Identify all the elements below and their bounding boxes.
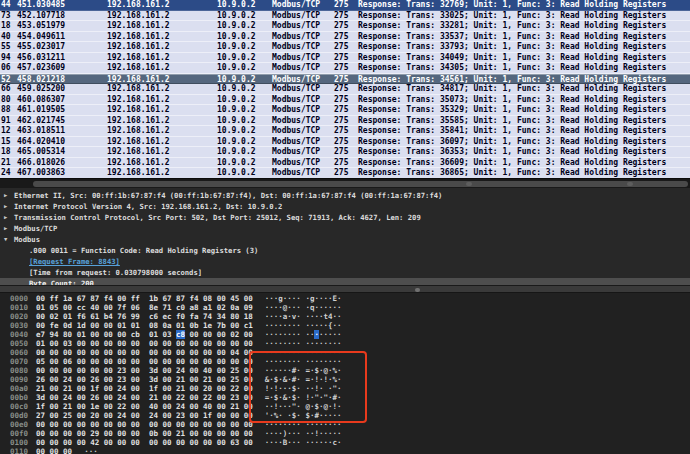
hex-byte[interactable]: f6 [77,312,86,321]
hex-byte[interactable]: 45 [230,294,239,303]
packet-row[interactable]: 88461.019505192.168.161.210.9.0.2Modbus/… [0,105,690,116]
hex-byte[interactable]: c6 [149,312,158,321]
hex-byte[interactable]: 00 [190,375,199,384]
detail-row[interactable]: ▶Ethernet II, Src: 00:ff:1b:67:87:f4 (00… [0,190,690,201]
hex-byte[interactable]: 00 [50,402,59,411]
hex-byte[interactable]: 00 [162,393,171,402]
hex-byte[interactable]: 00 [190,420,199,429]
hex-row[interactable]: 011000 00 00··· [10,447,690,454]
hex-byte[interactable]: 00 [90,339,99,348]
hex-row[interactable]: 007005 00 06 00 00 00 00 00 00 00 00 00 … [10,357,690,366]
hex-byte[interactable]: 00 [203,330,212,339]
hex-byte[interactable]: b4 [104,312,113,321]
hex-byte[interactable]: 00 [230,357,239,366]
detail-row[interactable]: ▼Modbus [0,234,690,245]
hex-byte[interactable]: 40 [203,402,212,411]
hex-byte[interactable]: 23 [230,393,239,402]
hex-byte[interactable]: 0d [63,321,72,330]
hex-byte[interactable]: 40 [90,303,99,312]
hex-byte[interactable]: 00 [217,429,226,438]
hex-byte[interactable]: e7 [36,330,45,339]
hex-row[interactable]: 008000 00 00 00 00 00 23 00 3d 00 24 00 … [10,366,690,375]
hex-byte[interactable]: 22 [230,384,239,393]
hex-byte[interactable]: 01 [131,321,140,330]
hex-byte[interactable]: 87 [176,294,185,303]
hscrollbar-thumb[interactable] [33,181,688,187]
detail-row[interactable]: ▶Internet Protocol Version 4, Src: 192.1… [0,201,690,212]
hex-row[interactable]: 00a021 00 21 00 1f 00 24 00 1f 00 21 00 … [10,384,690,393]
hex-byte[interactable]: 24 [117,411,126,420]
hex-byte[interactable]: 21 [230,402,239,411]
pane-divider[interactable] [0,285,690,293]
hex-dump-pane[interactable]: 000000 ff 1a 67 87 f4 00 ff 1b 67 87 f4 … [0,293,690,454]
hex-byte[interactable]: 00 [203,429,212,438]
hex-byte[interactable]: 00 [90,321,99,330]
hex-row[interactable]: 0040e7 94 80 01 00 00 00 cb 01 03 c8 00 … [10,330,690,339]
hex-row[interactable]: 00e000 00 00 00 00 00 00 00 00 00 00 00 … [10,420,690,429]
hex-byte[interactable]: 00 [50,348,59,357]
hex-byte[interactable]: 00 [149,348,158,357]
hex-byte[interactable]: 21 [176,384,185,393]
hex-byte[interactable]: 7f [117,303,126,312]
packet-row[interactable]: 94456.031211192.168.161.210.9.0.2Modbus/… [0,53,690,64]
hex-byte[interactable]: 00 [162,402,171,411]
hex-byte[interactable]: 21 [176,429,185,438]
detail-row[interactable]: ▶Transmission Control Protocol, Src Port… [0,212,690,223]
hex-byte[interactable]: 00 [190,429,199,438]
hex-byte[interactable]: 00 [117,438,126,447]
expanded-arrow-icon[interactable]: ▼ [4,234,7,245]
hex-byte[interactable]: 22 [176,393,185,402]
hex-byte[interactable]: cb [131,330,140,339]
hex-byte[interactable]: 00 [244,366,253,375]
hex-byte[interactable]: 01 [117,321,126,330]
hex-byte[interactable]: 00 [217,384,226,393]
hex-byte[interactable]: 00 [217,402,226,411]
hex-byte[interactable]: 25 [63,411,72,420]
hex-byte[interactable]: 1e [203,321,212,330]
hex-byte[interactable]: 00 [131,402,140,411]
packet-row[interactable]: 55455.023017192.168.161.210.9.0.2Modbus/… [0,42,690,53]
hex-byte[interactable]: 42 [90,438,99,447]
packet-row[interactable]: 15464.020410192.168.161.210.9.0.2Modbus/… [0,137,690,148]
hex-row[interactable]: 010000 00 00 00 42 00 00 00 00 00 00 00 … [10,438,690,447]
hex-byte[interactable]: 00 [104,339,113,348]
hex-byte[interactable]: 00 [50,384,59,393]
hex-byte[interactable]: 08 [149,321,158,330]
hex-byte[interactable]: 00 [244,330,253,339]
packet-row[interactable]: 44451.030485192.168.161.210.9.0.2Modbus/… [0,0,690,11]
hex-byte[interactable]: 00 [190,402,199,411]
hex-byte[interactable]: 00 [149,420,158,429]
hex-byte[interactable]: 00 [131,393,140,402]
hex-byte[interactable]: 00 [36,312,45,321]
hex-byte[interactable]: 00 [50,420,59,429]
hex-byte[interactable]: 00 [77,402,86,411]
hex-byte[interactable]: 00 [162,339,171,348]
hex-byte[interactable]: 00 [63,366,72,375]
hex-byte[interactable]: 1a [63,294,72,303]
hex-byte[interactable]: 00 [104,366,113,375]
hex-byte[interactable]: 00 [230,429,239,438]
hex-byte[interactable]: cc [77,303,86,312]
hex-byte[interactable]: 00 [131,357,140,366]
hex-byte[interactable]: 00 [217,357,226,366]
hex-byte[interactable]: 00 [90,357,99,366]
hex-byte[interactable]: 26 [36,375,45,384]
hex-byte[interactable]: 21 [176,375,185,384]
hex-byte[interactable]: 00 [104,375,113,384]
hex-byte[interactable]: 00 [190,357,199,366]
hex-byte[interactable]: 40 [203,366,212,375]
hex-byte[interactable]: 00 [104,420,113,429]
hex-byte[interactable]: 00 [36,348,45,357]
hex-byte[interactable]: 00 [50,393,59,402]
hex-row[interactable]: 005001 00 03 00 00 00 00 00 00 00 00 00 … [10,339,690,348]
hex-byte[interactable]: 00 [217,366,226,375]
hex-byte[interactable]: 00 [131,438,140,447]
hex-byte[interactable]: 00 [63,438,72,447]
hex-byte[interactable]: 23 [117,375,126,384]
hex-byte[interactable]: 00 [244,294,253,303]
hex-byte[interactable]: 80 [230,312,239,321]
hex-byte[interactable]: 00 [36,321,45,330]
packet-row[interactable]: 52458.021218192.168.161.210.9.0.2Modbus/… [0,74,690,85]
hex-byte[interactable]: 00 [50,366,59,375]
hex-byte[interactable]: ec [162,312,171,321]
